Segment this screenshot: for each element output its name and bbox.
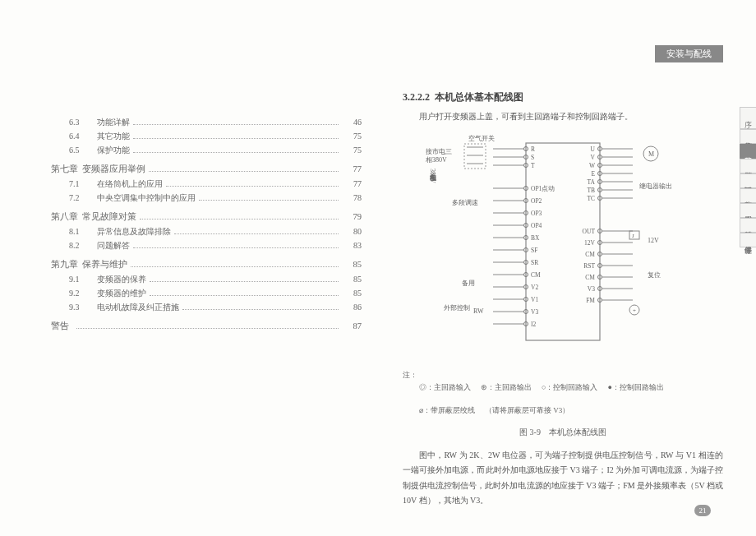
svg-text:复位: 复位 [648,271,661,279]
section-intro: 用户打开变频器上盖，可看到主回路端子和控制回路端子。 [403,111,723,122]
page-number: 21 [694,505,711,516]
svg-text:外部控制: 外部控制 [444,304,470,312]
svg-text:FM: FM [586,297,595,304]
toc-entry: 9.3电动机故障及纠正措施86 [41,300,362,314]
svg-text:V3: V3 [531,308,538,316]
svg-text:接市电三相380V: 接市电三相380V [429,169,436,183]
svg-text:BX: BX [531,234,540,242]
legend-item: ◎：主回路输入 [419,381,471,394]
svg-text:W: W [589,162,596,169]
legend-title: 注： [403,371,417,379]
svg-text:R: R [531,146,535,153]
svg-text:V2: V2 [531,284,538,291]
toc-entry: 8.2问题解答83 [41,238,362,252]
toc-entry: 6.3功能详解46 [41,115,362,129]
left-page: 6.3功能详解466.4其它功能756.5保护功能75第七章 变频器应用举例77… [0,0,386,536]
svg-text:OP2: OP2 [531,197,542,205]
right-page: 安装与配线 3.2.2.2 本机总体基本配线图 用户打开变频器上盖，可看到主回路… [386,0,756,536]
svg-text:CM: CM [585,274,595,281]
svg-text:空气开关: 空气开关 [468,135,495,142]
svg-text:12V: 12V [584,239,596,247]
svg-text:SR: SR [531,259,538,266]
toc-entry: 7.2中央空调集中控制中的应用78 [41,191,362,205]
svg-text:M: M [648,150,654,158]
section-number: 3.2.2.2 [403,91,430,103]
side-tabs: 序 言产品简介安装配线键盘控制调试运行参数功能应用举例故障对策保养维修 [740,107,756,247]
toc-entry: 6.5保护功能75 [41,143,362,157]
svg-text:CM: CM [585,251,595,258]
svg-text:J: J [632,233,634,239]
svg-text:U: U [591,146,596,153]
svg-text:OUT: OUT [583,228,596,235]
toc-entry: 9.1变频器的保养85 [41,272,362,286]
legend-item: （请将屏蔽层可靠接 V3） [485,404,569,417]
svg-text:T: T [531,162,535,169]
svg-rect-105 [629,231,639,239]
svg-text:I2: I2 [531,321,536,328]
svg-text:S: S [531,154,534,161]
side-tab[interactable]: 序 言 [740,107,756,129]
wiring-diagram: 空气开关 接市电三相380V 接市电三 相380V RST UVWE M TAT… [419,131,682,353]
svg-text:多段调速: 多段调速 [452,199,478,206]
section-title: 3.2.2.2 本机总体基本配线图 [403,90,723,104]
legend-item: ⊛：主回路输出 [481,381,532,394]
svg-text:V3: V3 [588,285,595,293]
svg-text:V: V [591,154,596,161]
diagram-legend: 注： ◎：主回路输入⊛：主回路输出○：控制回路输入●：控制回路输出⌀：带屏蔽层绞… [403,369,723,417]
svg-text:RST: RST [583,262,595,270]
toc-chapter: 第八章 常见故障对策79 [41,210,362,224]
svg-text:相380V: 相380V [426,156,447,164]
svg-text:RW: RW [473,307,484,315]
svg-text:E: E [591,170,595,178]
side-tab[interactable]: 键盘控制 [740,159,756,173]
side-tab[interactable]: 参数功能 [740,188,756,203]
legend-item: ⌀：带屏蔽层绞线 [419,404,475,417]
side-tab[interactable]: 安装配线 [740,144,756,159]
legend-item: ○：控制回路输入 [542,381,597,394]
svg-text:OP1点动: OP1点动 [531,185,555,192]
svg-text:V1: V1 [531,296,538,303]
svg-text:12V: 12V [648,237,659,244]
side-tab[interactable]: 产品简介 [740,129,756,144]
svg-text:+: + [633,307,636,314]
toc-chapter: 警告 87 [41,319,362,334]
toc-entry: 9.2变频器的维护85 [41,286,362,300]
svg-text:TA: TA [588,178,596,186]
svg-text:CM: CM [531,271,541,279]
svg-text:OP3: OP3 [531,210,542,217]
toc-entry: 6.4其它功能75 [41,129,362,143]
svg-text:TC: TC [587,195,595,202]
side-tab[interactable]: 故障对策 [740,218,756,233]
toc-entry: 8.1异常信息及故障排除80 [41,224,362,238]
section-heading: 本机总体基本配线图 [435,91,523,103]
svg-text:继电器输出: 继电器输出 [639,183,672,190]
figure-caption: 图 3-9 本机总体配线图 [403,427,723,438]
svg-text:备用: 备用 [462,280,475,287]
side-tab[interactable]: 保养维修 [740,233,756,247]
side-tab[interactable]: 应用举例 [740,203,756,218]
table-of-contents: 6.3功能详解466.4其它功能756.5保护功能75第七章 变频器应用举例77… [41,115,362,333]
side-tab[interactable]: 调试运行 [740,173,756,188]
toc-chapter: 第七章 变频器应用举例77 [41,162,362,177]
toc-entry: 7.1在络筒机上的应用77 [41,177,362,191]
header-bar: 安装与配线 [655,45,723,62]
svg-text:OP4: OP4 [531,222,542,229]
svg-text:SF: SF [531,247,537,254]
svg-text:接市电三: 接市电三 [426,148,452,155]
svg-text:TB: TB [587,187,595,194]
toc-chapter: 第九章 保养与维护85 [41,257,362,272]
body-paragraph: 图中，RW 为 2K、2W 电位器，可为端子控制提供电压控制信号，RW 与 V1… [403,448,723,509]
legend-item: ●：控制回路输出 [607,381,663,394]
